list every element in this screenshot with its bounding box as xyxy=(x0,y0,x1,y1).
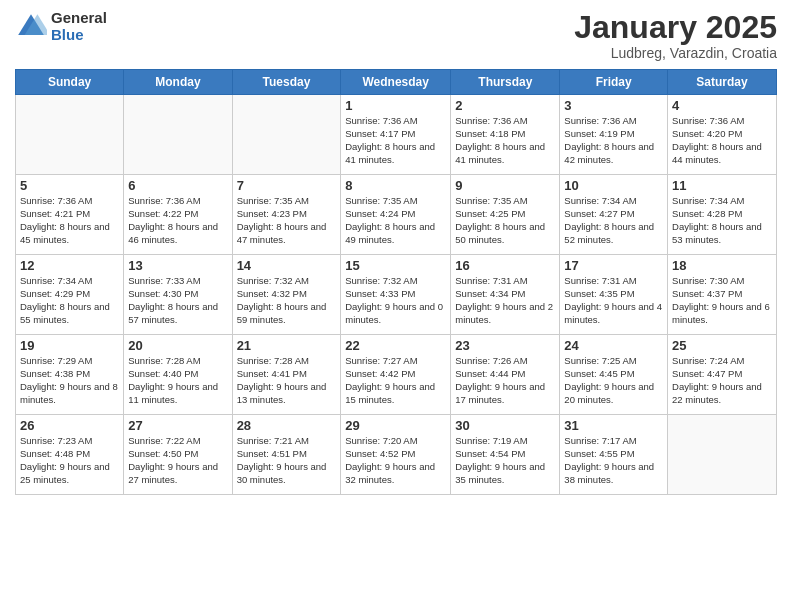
calendar-cell: 19Sunrise: 7:29 AM Sunset: 4:38 PM Dayli… xyxy=(16,335,124,415)
day-info: Sunrise: 7:30 AM Sunset: 4:37 PM Dayligh… xyxy=(672,275,772,326)
title-block: January 2025 Ludbreg, Varazdin, Croatia xyxy=(574,10,777,61)
day-number: 10 xyxy=(564,178,663,193)
day-number: 1 xyxy=(345,98,446,113)
calendar-cell xyxy=(124,95,232,175)
day-number: 9 xyxy=(455,178,555,193)
day-number: 22 xyxy=(345,338,446,353)
day-info: Sunrise: 7:20 AM Sunset: 4:52 PM Dayligh… xyxy=(345,435,446,486)
day-info: Sunrise: 7:34 AM Sunset: 4:29 PM Dayligh… xyxy=(20,275,119,326)
day-info: Sunrise: 7:36 AM Sunset: 4:20 PM Dayligh… xyxy=(672,115,772,166)
calendar-header-row: SundayMondayTuesdayWednesdayThursdayFrid… xyxy=(16,70,777,95)
calendar-week-row: 5Sunrise: 7:36 AM Sunset: 4:21 PM Daylig… xyxy=(16,175,777,255)
calendar-day-header: Monday xyxy=(124,70,232,95)
day-number: 19 xyxy=(20,338,119,353)
calendar-cell: 6Sunrise: 7:36 AM Sunset: 4:22 PM Daylig… xyxy=(124,175,232,255)
calendar-cell: 27Sunrise: 7:22 AM Sunset: 4:50 PM Dayli… xyxy=(124,415,232,495)
page: General Blue January 2025 Ludbreg, Varaz… xyxy=(0,0,792,612)
calendar-cell: 23Sunrise: 7:26 AM Sunset: 4:44 PM Dayli… xyxy=(451,335,560,415)
day-number: 16 xyxy=(455,258,555,273)
calendar-cell: 2Sunrise: 7:36 AM Sunset: 4:18 PM Daylig… xyxy=(451,95,560,175)
calendar-cell: 9Sunrise: 7:35 AM Sunset: 4:25 PM Daylig… xyxy=(451,175,560,255)
calendar-cell: 11Sunrise: 7:34 AM Sunset: 4:28 PM Dayli… xyxy=(668,175,777,255)
day-number: 23 xyxy=(455,338,555,353)
calendar-cell: 26Sunrise: 7:23 AM Sunset: 4:48 PM Dayli… xyxy=(16,415,124,495)
day-number: 7 xyxy=(237,178,337,193)
day-info: Sunrise: 7:26 AM Sunset: 4:44 PM Dayligh… xyxy=(455,355,555,406)
calendar-cell xyxy=(668,415,777,495)
day-number: 28 xyxy=(237,418,337,433)
calendar-cell: 25Sunrise: 7:24 AM Sunset: 4:47 PM Dayli… xyxy=(668,335,777,415)
calendar-cell: 12Sunrise: 7:34 AM Sunset: 4:29 PM Dayli… xyxy=(16,255,124,335)
calendar-day-header: Wednesday xyxy=(341,70,451,95)
day-info: Sunrise: 7:22 AM Sunset: 4:50 PM Dayligh… xyxy=(128,435,227,486)
day-number: 27 xyxy=(128,418,227,433)
day-info: Sunrise: 7:34 AM Sunset: 4:28 PM Dayligh… xyxy=(672,195,772,246)
day-info: Sunrise: 7:24 AM Sunset: 4:47 PM Dayligh… xyxy=(672,355,772,406)
calendar-cell: 10Sunrise: 7:34 AM Sunset: 4:27 PM Dayli… xyxy=(560,175,668,255)
calendar-week-row: 12Sunrise: 7:34 AM Sunset: 4:29 PM Dayli… xyxy=(16,255,777,335)
day-number: 15 xyxy=(345,258,446,273)
day-number: 21 xyxy=(237,338,337,353)
calendar-cell: 21Sunrise: 7:28 AM Sunset: 4:41 PM Dayli… xyxy=(232,335,341,415)
day-info: Sunrise: 7:36 AM Sunset: 4:22 PM Dayligh… xyxy=(128,195,227,246)
day-info: Sunrise: 7:32 AM Sunset: 4:32 PM Dayligh… xyxy=(237,275,337,326)
day-number: 13 xyxy=(128,258,227,273)
day-info: Sunrise: 7:28 AM Sunset: 4:41 PM Dayligh… xyxy=(237,355,337,406)
calendar-cell: 20Sunrise: 7:28 AM Sunset: 4:40 PM Dayli… xyxy=(124,335,232,415)
day-info: Sunrise: 7:36 AM Sunset: 4:21 PM Dayligh… xyxy=(20,195,119,246)
calendar-cell: 24Sunrise: 7:25 AM Sunset: 4:45 PM Dayli… xyxy=(560,335,668,415)
day-number: 26 xyxy=(20,418,119,433)
day-info: Sunrise: 7:36 AM Sunset: 4:19 PM Dayligh… xyxy=(564,115,663,166)
day-info: Sunrise: 7:31 AM Sunset: 4:35 PM Dayligh… xyxy=(564,275,663,326)
month-title: January 2025 xyxy=(574,10,777,45)
day-info: Sunrise: 7:35 AM Sunset: 4:25 PM Dayligh… xyxy=(455,195,555,246)
day-number: 3 xyxy=(564,98,663,113)
day-info: Sunrise: 7:27 AM Sunset: 4:42 PM Dayligh… xyxy=(345,355,446,406)
calendar-cell: 28Sunrise: 7:21 AM Sunset: 4:51 PM Dayli… xyxy=(232,415,341,495)
calendar-cell: 31Sunrise: 7:17 AM Sunset: 4:55 PM Dayli… xyxy=(560,415,668,495)
logo-icon xyxy=(15,11,47,43)
calendar-day-header: Thursday xyxy=(451,70,560,95)
day-number: 25 xyxy=(672,338,772,353)
calendar-cell: 22Sunrise: 7:27 AM Sunset: 4:42 PM Dayli… xyxy=(341,335,451,415)
day-number: 12 xyxy=(20,258,119,273)
calendar-cell: 3Sunrise: 7:36 AM Sunset: 4:19 PM Daylig… xyxy=(560,95,668,175)
calendar-day-header: Saturday xyxy=(668,70,777,95)
day-number: 24 xyxy=(564,338,663,353)
calendar-cell: 5Sunrise: 7:36 AM Sunset: 4:21 PM Daylig… xyxy=(16,175,124,255)
calendar-cell: 18Sunrise: 7:30 AM Sunset: 4:37 PM Dayli… xyxy=(668,255,777,335)
day-number: 2 xyxy=(455,98,555,113)
day-number: 29 xyxy=(345,418,446,433)
day-info: Sunrise: 7:33 AM Sunset: 4:30 PM Dayligh… xyxy=(128,275,227,326)
day-number: 30 xyxy=(455,418,555,433)
day-number: 4 xyxy=(672,98,772,113)
day-number: 20 xyxy=(128,338,227,353)
day-number: 5 xyxy=(20,178,119,193)
calendar-cell: 30Sunrise: 7:19 AM Sunset: 4:54 PM Dayli… xyxy=(451,415,560,495)
calendar-cell: 13Sunrise: 7:33 AM Sunset: 4:30 PM Dayli… xyxy=(124,255,232,335)
day-info: Sunrise: 7:35 AM Sunset: 4:23 PM Dayligh… xyxy=(237,195,337,246)
calendar-cell: 7Sunrise: 7:35 AM Sunset: 4:23 PM Daylig… xyxy=(232,175,341,255)
day-number: 6 xyxy=(128,178,227,193)
calendar-day-header: Tuesday xyxy=(232,70,341,95)
day-info: Sunrise: 7:35 AM Sunset: 4:24 PM Dayligh… xyxy=(345,195,446,246)
calendar-cell: 16Sunrise: 7:31 AM Sunset: 4:34 PM Dayli… xyxy=(451,255,560,335)
day-info: Sunrise: 7:32 AM Sunset: 4:33 PM Dayligh… xyxy=(345,275,446,326)
calendar-week-row: 19Sunrise: 7:29 AM Sunset: 4:38 PM Dayli… xyxy=(16,335,777,415)
day-info: Sunrise: 7:23 AM Sunset: 4:48 PM Dayligh… xyxy=(20,435,119,486)
day-number: 17 xyxy=(564,258,663,273)
day-number: 18 xyxy=(672,258,772,273)
day-number: 31 xyxy=(564,418,663,433)
calendar-week-row: 26Sunrise: 7:23 AM Sunset: 4:48 PM Dayli… xyxy=(16,415,777,495)
day-info: Sunrise: 7:36 AM Sunset: 4:17 PM Dayligh… xyxy=(345,115,446,166)
logo-general: General xyxy=(51,10,107,27)
calendar-cell: 1Sunrise: 7:36 AM Sunset: 4:17 PM Daylig… xyxy=(341,95,451,175)
calendar-cell: 4Sunrise: 7:36 AM Sunset: 4:20 PM Daylig… xyxy=(668,95,777,175)
logo-blue: Blue xyxy=(51,27,107,44)
day-number: 14 xyxy=(237,258,337,273)
subtitle: Ludbreg, Varazdin, Croatia xyxy=(574,45,777,61)
day-info: Sunrise: 7:19 AM Sunset: 4:54 PM Dayligh… xyxy=(455,435,555,486)
day-info: Sunrise: 7:28 AM Sunset: 4:40 PM Dayligh… xyxy=(128,355,227,406)
calendar-cell: 8Sunrise: 7:35 AM Sunset: 4:24 PM Daylig… xyxy=(341,175,451,255)
calendar-table: SundayMondayTuesdayWednesdayThursdayFrid… xyxy=(15,69,777,495)
